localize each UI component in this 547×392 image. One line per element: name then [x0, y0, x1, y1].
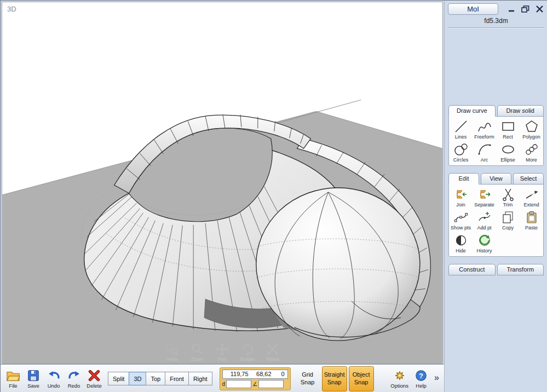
straight-snap-toggle[interactable]: Straight Snap — [322, 366, 347, 391]
construct-tab-row: Construct Transform — [447, 264, 545, 275]
tab-select[interactable]: Select — [513, 173, 544, 185]
add-point-icon — [477, 210, 492, 224]
copy-icon — [501, 210, 515, 224]
redo-button[interactable]: Redo — [65, 368, 83, 389]
minimize-button[interactable] — [506, 5, 516, 13]
show-points-icon — [454, 210, 468, 224]
rotate-button[interactable]: Rotate — [237, 343, 258, 362]
angle-symbol: ∠ — [252, 381, 257, 387]
tool-hide[interactable]: Hide — [449, 232, 473, 255]
tool-show-pts[interactable]: Show pts — [449, 209, 473, 232]
undo-label: Undo — [48, 383, 60, 389]
help-icon: ? — [414, 369, 428, 382]
view-right-button[interactable]: Right — [188, 372, 212, 385]
arc-icon — [477, 142, 492, 157]
view-split-button[interactable]: Split — [108, 372, 129, 385]
tool-rect[interactable]: Rect — [496, 118, 520, 141]
more-coil-icon — [525, 142, 539, 157]
polygon-icon — [525, 119, 539, 134]
bottom-toolbar: File Save Undo Redo — [1, 364, 444, 392]
object-snap-toggle[interactable]: Object Snap — [349, 366, 374, 391]
tool-separate[interactable]: Separate — [473, 186, 496, 209]
tool-ellipse[interactable]: Ellipse — [496, 141, 520, 164]
object-snap-line2: Snap — [354, 379, 368, 387]
distance-label: d — [222, 381, 226, 387]
panel-titlebar: MoI — [447, 3, 545, 15]
delete-button[interactable]: Delete — [85, 368, 103, 389]
tool-paste[interactable]: Paste — [520, 209, 543, 232]
rotate-label: Rotate — [240, 356, 255, 362]
tab-view[interactable]: View — [481, 173, 511, 185]
tool-add-pt[interactable]: Add pt — [473, 209, 496, 232]
help-label: Help — [416, 383, 427, 389]
tool-history[interactable]: History — [473, 232, 496, 255]
area-zoom-button[interactable]: Area — [162, 343, 182, 362]
tool-lines[interactable]: Lines — [449, 118, 473, 141]
close-icon — [536, 5, 544, 13]
save-icon — [27, 369, 40, 382]
separate-icon — [477, 187, 492, 201]
tool-trim[interactable]: Trim — [496, 186, 520, 209]
paste-icon — [525, 210, 539, 224]
restore-button[interactable] — [521, 5, 530, 13]
edit-tool-palette: Join Separate Trim — [448, 184, 544, 257]
zoom-button[interactable]: Zoom — [187, 343, 208, 362]
svg-text:?: ? — [419, 371, 423, 379]
restore-icon — [521, 5, 529, 13]
circles-icon — [454, 142, 468, 157]
viewport-title: 3D — [7, 5, 16, 13]
reset-button[interactable]: Reset — [262, 343, 283, 362]
gear-icon — [393, 369, 406, 382]
tool-more[interactable]: More — [520, 141, 543, 164]
moi-application-window: 3D — [0, 0, 547, 392]
tool-circles[interactable]: Circles — [449, 141, 473, 164]
pan-label: Pan — [218, 356, 227, 362]
tab-draw-curve[interactable]: Draw curve — [448, 105, 496, 117]
view-front-button[interactable]: Front — [165, 372, 189, 385]
coord-x-value: 119,75 — [224, 371, 249, 377]
reset-label: Reset — [266, 356, 279, 362]
save-button[interactable]: Save — [24, 368, 43, 389]
angle-input[interactable] — [258, 380, 284, 388]
xyz-coordinate-field[interactable]: 119,75 68,62 0 — [222, 370, 288, 379]
view-3d-button[interactable]: 3D — [129, 372, 146, 385]
tool-freeform[interactable]: Freeform — [473, 118, 496, 141]
edit-tab-row: Edit View Select — [447, 173, 545, 185]
tool-polygon[interactable]: Polygon — [520, 118, 543, 141]
tool-extend[interactable]: Extend — [520, 186, 543, 209]
rotate-icon — [241, 343, 254, 356]
model-render — [2, 2, 442, 364]
pan-button[interactable]: Pan — [212, 343, 233, 362]
redo-icon — [67, 369, 81, 382]
toolbar-expander-chevron[interactable]: » — [433, 373, 441, 385]
delete-label: Delete — [87, 383, 101, 389]
freeform-icon — [477, 119, 492, 134]
options-button[interactable]: Options — [389, 368, 410, 389]
area-label: Area — [166, 356, 177, 362]
help-button[interactable]: ? Help — [412, 368, 430, 389]
undo-button[interactable]: Undo — [44, 368, 63, 389]
tab-construct[interactable]: Construct — [448, 264, 496, 275]
close-button[interactable] — [535, 5, 544, 13]
tool-join[interactable]: Join — [449, 186, 473, 209]
straight-snap-line1: Straight — [324, 371, 345, 379]
app-title-button[interactable]: MoI — [448, 3, 498, 15]
distance-input[interactable] — [226, 380, 251, 388]
tab-transform[interactable]: Transform — [497, 264, 544, 275]
tool-copy[interactable]: Copy — [496, 209, 520, 232]
viewport-3d[interactable]: 3D — [2, 2, 443, 364]
redo-label: Redo — [68, 383, 80, 389]
ellipse-icon — [501, 142, 515, 157]
view-top-button[interactable]: Top — [146, 372, 165, 385]
tab-edit[interactable]: Edit — [448, 173, 479, 185]
scissors-icon — [501, 187, 515, 201]
join-icon — [454, 187, 468, 201]
tab-draw-solid[interactable]: Draw solid — [497, 105, 544, 117]
undo-icon — [47, 369, 61, 382]
draw-tab-row: Draw curve Draw solid — [447, 105, 545, 117]
file-label: File — [9, 383, 17, 389]
tool-arc[interactable]: Arc — [473, 141, 496, 164]
viewport-nav-toolbar: Area Zoom Pan — [162, 343, 283, 362]
file-button[interactable]: File — [4, 368, 22, 389]
grid-snap-toggle[interactable]: Grid Snap — [295, 366, 320, 391]
